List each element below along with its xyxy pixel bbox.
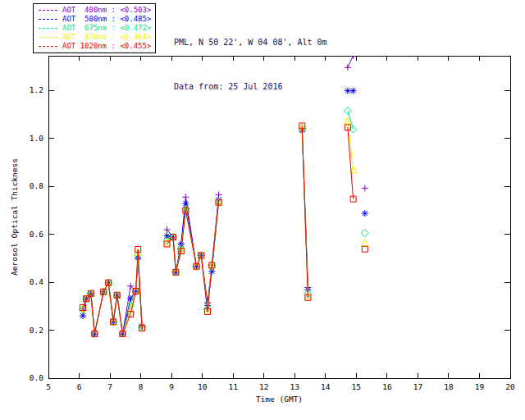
y-tick-label: 0.8 [30, 181, 43, 190]
square-marker-1020nm [362, 246, 368, 252]
data-date-line: Data from: 25 Jul 2016 [174, 80, 327, 94]
aot-plot-screen: 5678910111213141516171819200.00.20.40.60… [0, 0, 525, 420]
y-axis-title: Aerosol Optical Thickness [10, 158, 19, 276]
series-1020nm [80, 123, 368, 337]
x-tick-label: 19 [475, 382, 485, 391]
x-axis-title: Time (GMT) [256, 395, 303, 404]
plus-marker-400nm [345, 64, 351, 71]
legend-dash-sample [39, 46, 57, 47]
series-400nm-line [348, 56, 354, 68]
series-870nm [80, 117, 368, 337]
series-1020nm-line [167, 203, 219, 312]
legend-entry-500nm: AOT 500nm : <0.485> [39, 15, 151, 24]
legend-entry-label: AOT 675nm : <0.472> [62, 24, 151, 33]
series-1020nm-line [302, 126, 308, 297]
x-tick-label: 13 [290, 382, 299, 391]
y-tick-label: 0.6 [30, 230, 43, 239]
legend-entry-label: AOT 400nm : <0.503> [62, 6, 151, 15]
legend-dash-sample [39, 28, 57, 29]
asterisk-marker-500nm [350, 88, 357, 94]
y-tick-label: 0.0 [30, 373, 43, 382]
y-tick-label: 1.2 [30, 85, 43, 94]
diamond-marker-675nm [361, 230, 368, 237]
x-tick-label: 9 [169, 382, 174, 391]
legend-dash-sample [39, 19, 57, 20]
legend-box: AOT 400nm : <0.503>AOT 500nm : <0.485>AO… [33, 3, 156, 53]
x-tick-labels: 5678910111213141516171819200.00.20.40.60… [30, 85, 515, 391]
plus-marker-400nm [182, 194, 189, 200]
y-tick-label: 0.4 [30, 277, 43, 286]
series-675nm [80, 107, 369, 338]
x-tick-label: 8 [139, 382, 144, 391]
triangle-marker-870nm [362, 240, 368, 246]
station-header: PML, N 50 22', W 04 08', Alt 0m Data fro… [174, 6, 327, 124]
x-tick-label: 16 [382, 382, 392, 391]
x-tick-label: 20 [505, 382, 515, 391]
asterisk-marker-500nm [362, 210, 368, 217]
x-tick-label: 6 [77, 382, 82, 391]
y-tick-label: 0.2 [30, 326, 43, 335]
series-500nm [80, 88, 368, 337]
legend-dash-sample [39, 10, 57, 11]
x-tick-label: 7 [107, 382, 112, 391]
x-tick-label: 10 [198, 382, 208, 391]
plus-marker-400nm [362, 185, 368, 191]
legend-entry-label: AOT 500nm : <0.485> [62, 15, 151, 24]
legend-entry-870nm: AOT 870nm : <0.464> [39, 33, 151, 42]
legend-entry-1020nm: AOT 1020nm : <0.455> [39, 42, 151, 51]
x-tick-label: 11 [228, 382, 238, 391]
x-tick-label: 15 [352, 382, 361, 391]
x-tick-label: 17 [413, 382, 422, 391]
legend-entry-label: AOT 1020nm : <0.455> [62, 42, 151, 51]
legend-dash-sample [39, 37, 57, 38]
legend-entry-400nm: AOT 400nm : <0.503> [39, 6, 151, 15]
legend-entry-label: AOT 870nm : <0.464> [62, 33, 151, 42]
legend-entry-675nm: AOT 675nm : <0.472> [39, 24, 151, 33]
asterisk-marker-500nm [345, 88, 351, 94]
x-tick-label: 18 [444, 382, 454, 391]
x-tick-label: 14 [321, 382, 331, 391]
y-tick-label: 1.0 [30, 134, 43, 143]
station-location-line: PML, N 50 22', W 04 08', Alt 0m [174, 35, 327, 50]
x-tick-label: 12 [259, 382, 268, 391]
x-tick-label: 5 [46, 382, 51, 391]
